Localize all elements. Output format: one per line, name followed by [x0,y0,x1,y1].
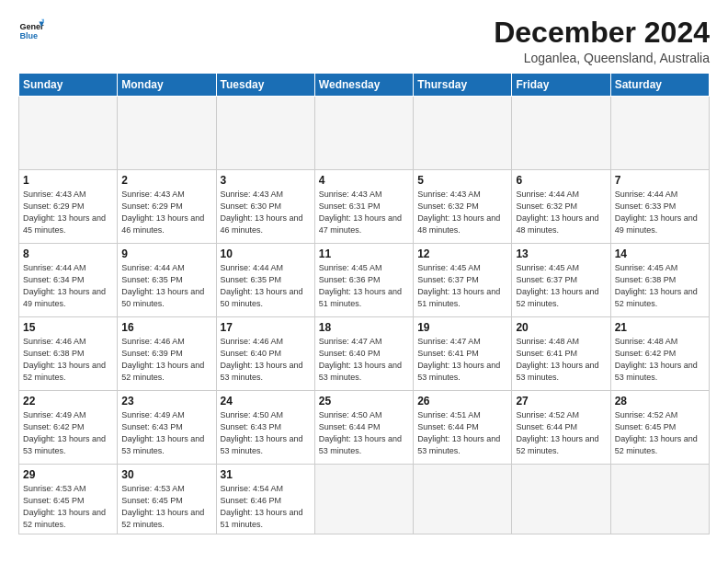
day-number: 25 [319,395,409,408]
month-title: December 2024 [494,17,710,49]
day-info: Sunrise: 4:48 AM Sunset: 6:41 PM Dayligh… [516,336,606,384]
svg-text:Blue: Blue [19,31,38,40]
day-info: Sunrise: 4:49 AM Sunset: 6:43 PM Dayligh… [121,409,211,457]
day-number: 5 [417,174,507,187]
calendar-day-cell: 12Sunrise: 4:45 AM Sunset: 6:37 PM Dayli… [414,244,512,317]
day-number: 3 [221,174,311,187]
day-info: Sunrise: 4:45 AM Sunset: 6:37 PM Dayligh… [417,262,507,310]
calendar-day-cell [314,465,413,534]
calendar-day-cell [512,465,610,534]
calendar-day-cell [414,465,512,534]
calendar-day-cell: 21Sunrise: 4:48 AM Sunset: 6:42 PM Dayli… [610,317,709,391]
day-info: Sunrise: 4:45 AM Sunset: 6:38 PM Dayligh… [615,262,705,310]
calendar-day-cell: 14Sunrise: 4:45 AM Sunset: 6:38 PM Dayli… [610,244,709,317]
calendar-day-cell [610,97,709,170]
day-number: 12 [417,247,507,260]
calendar-day-cell: 11Sunrise: 4:45 AM Sunset: 6:36 PM Dayli… [314,244,413,317]
day-number: 6 [516,174,606,187]
calendar-day-cell: 20Sunrise: 4:48 AM Sunset: 6:41 PM Dayli… [512,317,610,391]
calendar-day-cell [216,97,314,170]
day-info: Sunrise: 4:50 AM Sunset: 6:44 PM Dayligh… [319,409,409,457]
day-info: Sunrise: 4:53 AM Sunset: 6:45 PM Dayligh… [121,483,211,531]
calendar-day-cell: 15Sunrise: 4:46 AM Sunset: 6:38 PM Dayli… [19,317,118,391]
day-info: Sunrise: 4:45 AM Sunset: 6:37 PM Dayligh… [516,262,606,310]
calendar-day-cell: 26Sunrise: 4:51 AM Sunset: 6:44 PM Dayli… [414,391,512,465]
day-info: Sunrise: 4:45 AM Sunset: 6:36 PM Dayligh… [319,262,409,310]
calendar-day-cell: 16Sunrise: 4:46 AM Sunset: 6:39 PM Dayli… [118,317,216,391]
title-block: December 2024 Loganlea, Queensland, Aust… [494,17,710,65]
day-number: 2 [121,174,211,187]
calendar-day-cell: 7Sunrise: 4:44 AM Sunset: 6:33 PM Daylig… [610,170,709,244]
calendar-day-cell [19,97,118,170]
calendar-week-row: 8Sunrise: 4:44 AM Sunset: 6:34 PM Daylig… [19,244,710,317]
calendar-day-cell: 25Sunrise: 4:50 AM Sunset: 6:44 PM Dayli… [314,391,413,465]
calendar-day-cell: 31Sunrise: 4:54 AM Sunset: 6:46 PM Dayli… [216,465,314,534]
page: General Blue December 2024 Loganlea, Que… [0,0,728,563]
day-info: Sunrise: 4:52 AM Sunset: 6:44 PM Dayligh… [516,409,606,457]
day-number: 15 [23,321,113,334]
calendar-day-cell: 13Sunrise: 4:45 AM Sunset: 6:37 PM Dayli… [512,244,610,317]
day-number: 13 [516,247,606,260]
day-info: Sunrise: 4:47 AM Sunset: 6:40 PM Dayligh… [319,336,409,384]
day-info: Sunrise: 4:46 AM Sunset: 6:40 PM Dayligh… [221,336,311,384]
day-number: 23 [121,395,211,408]
day-header-tuesday: Tuesday [216,74,314,97]
day-header-monday: Monday [118,74,216,97]
calendar-day-cell: 19Sunrise: 4:47 AM Sunset: 6:41 PM Dayli… [414,317,512,391]
day-info: Sunrise: 4:46 AM Sunset: 6:38 PM Dayligh… [23,336,113,384]
calendar-day-cell: 3Sunrise: 4:43 AM Sunset: 6:30 PM Daylig… [216,170,314,244]
calendar-day-cell [414,97,512,170]
day-info: Sunrise: 4:46 AM Sunset: 6:39 PM Dayligh… [121,336,211,384]
day-number: 8 [23,247,113,260]
day-number: 28 [615,395,705,408]
calendar-day-cell: 17Sunrise: 4:46 AM Sunset: 6:40 PM Dayli… [216,317,314,391]
calendar-day-cell [118,97,216,170]
day-number: 17 [221,321,311,334]
calendar-week-row [19,97,710,170]
day-info: Sunrise: 4:50 AM Sunset: 6:43 PM Dayligh… [221,409,311,457]
calendar-day-cell [610,465,709,534]
calendar-day-cell: 30Sunrise: 4:53 AM Sunset: 6:45 PM Dayli… [118,465,216,534]
day-number: 18 [319,321,409,334]
calendar-day-cell [314,97,413,170]
day-header-wednesday: Wednesday [314,74,413,97]
calendar-day-cell: 10Sunrise: 4:44 AM Sunset: 6:35 PM Dayli… [216,244,314,317]
calendar-day-cell: 5Sunrise: 4:43 AM Sunset: 6:32 PM Daylig… [414,170,512,244]
calendar-day-cell: 1Sunrise: 4:43 AM Sunset: 6:29 PM Daylig… [19,170,118,244]
calendar-day-cell: 23Sunrise: 4:49 AM Sunset: 6:43 PM Dayli… [118,391,216,465]
calendar-day-cell: 27Sunrise: 4:52 AM Sunset: 6:44 PM Dayli… [512,391,610,465]
day-header-sunday: Sunday [19,74,118,97]
logo: General Blue [18,17,46,42]
day-info: Sunrise: 4:53 AM Sunset: 6:45 PM Dayligh… [23,483,113,531]
calendar-day-cell: 28Sunrise: 4:52 AM Sunset: 6:45 PM Dayli… [610,391,709,465]
day-info: Sunrise: 4:43 AM Sunset: 6:31 PM Dayligh… [319,189,409,236]
day-info: Sunrise: 4:44 AM Sunset: 6:32 PM Dayligh… [516,189,606,236]
day-info: Sunrise: 4:52 AM Sunset: 6:45 PM Dayligh… [615,409,705,457]
day-number: 16 [121,321,211,334]
day-number: 10 [221,247,311,260]
calendar-day-cell: 2Sunrise: 4:43 AM Sunset: 6:29 PM Daylig… [118,170,216,244]
day-info: Sunrise: 4:43 AM Sunset: 6:32 PM Dayligh… [417,189,507,236]
day-info: Sunrise: 4:44 AM Sunset: 6:35 PM Dayligh… [221,262,311,310]
day-number: 26 [417,395,507,408]
day-info: Sunrise: 4:54 AM Sunset: 6:46 PM Dayligh… [221,483,311,531]
day-info: Sunrise: 4:48 AM Sunset: 6:42 PM Dayligh… [615,336,705,384]
day-info: Sunrise: 4:47 AM Sunset: 6:41 PM Dayligh… [417,336,507,384]
calendar-day-cell: 9Sunrise: 4:44 AM Sunset: 6:35 PM Daylig… [118,244,216,317]
logo-icon: General Blue [18,17,44,42]
day-number: 30 [121,468,211,481]
day-number: 4 [319,174,409,187]
day-header-thursday: Thursday [414,74,512,97]
day-number: 24 [221,395,311,408]
day-header-friday: Friday [512,74,610,97]
day-number: 11 [319,247,409,260]
day-info: Sunrise: 4:44 AM Sunset: 6:35 PM Dayligh… [121,262,211,310]
calendar-day-cell: 22Sunrise: 4:49 AM Sunset: 6:42 PM Dayli… [19,391,118,465]
calendar-week-row: 29Sunrise: 4:53 AM Sunset: 6:45 PM Dayli… [19,465,710,534]
day-number: 21 [615,321,705,334]
day-info: Sunrise: 4:51 AM Sunset: 6:44 PM Dayligh… [417,409,507,457]
day-info: Sunrise: 4:43 AM Sunset: 6:29 PM Dayligh… [121,189,211,236]
day-info: Sunrise: 4:44 AM Sunset: 6:33 PM Dayligh… [615,189,705,236]
calendar-header-row: SundayMondayTuesdayWednesdayThursdayFrid… [19,74,710,97]
day-number: 9 [121,247,211,260]
